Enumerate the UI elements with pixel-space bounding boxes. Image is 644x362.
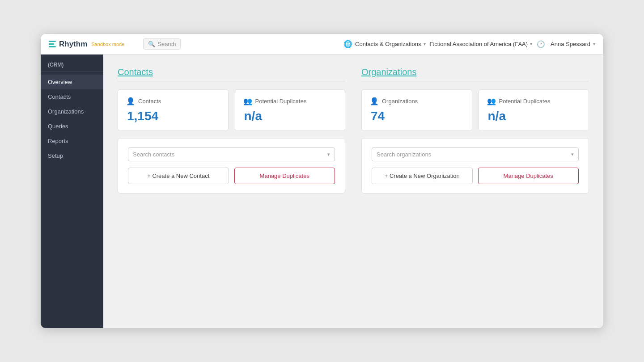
sections-row: Contacts 👤 Contacts 1,154 👥 bbox=[118, 67, 589, 194]
user-name: Anna Spessard bbox=[551, 41, 590, 47]
orgs-search-arrow-icon: ▾ bbox=[571, 152, 574, 157]
contacts-search-text: Search contacts bbox=[133, 151, 174, 158]
contacts-count-label: Contacts bbox=[138, 98, 161, 105]
organizations-section: Organizations 👤 Organizations 74 bbox=[361, 67, 589, 194]
clock-icon: 🕐 bbox=[537, 40, 545, 48]
manage-contacts-duplicates-button[interactable]: Manage Duplicates bbox=[234, 168, 335, 184]
sandbox-badge: Sandbox mode bbox=[91, 42, 124, 47]
create-contact-button[interactable]: + Create a New Contact bbox=[128, 168, 229, 184]
contacts-section: Contacts 👤 Contacts 1,154 👥 bbox=[118, 67, 345, 194]
contact-icon: 👤 bbox=[126, 97, 135, 105]
sidebar-item-setup[interactable]: Setup bbox=[41, 148, 103, 163]
orgs-search-dropdown[interactable]: Search organizations ▾ bbox=[372, 147, 579, 161]
search-icon: 🔍 bbox=[148, 41, 155, 47]
orgs-cards-row: 👤 Organizations 74 👥 Potential Duplicate… bbox=[361, 89, 589, 131]
orgs-dup-label: Potential Duplicates bbox=[499, 98, 551, 105]
orgs-search-text: Search organizations bbox=[377, 151, 431, 158]
orgs-count-card: 👤 Organizations 74 bbox=[361, 89, 472, 131]
contacts-count-value: 1,154 bbox=[126, 109, 220, 123]
orgs-count-label: Organizations bbox=[382, 98, 418, 105]
chevron-down-icon: ▾ bbox=[424, 42, 426, 46]
sidebar: (CRM) Overview Contacts Organizations Qu… bbox=[41, 55, 103, 328]
sidebar-section-label: (CRM) bbox=[41, 62, 103, 72]
org-label: Fictional Association of America (FAA) bbox=[429, 41, 528, 47]
create-org-button[interactable]: + Create a New Organization bbox=[372, 168, 473, 184]
orgs-dup-card: 👥 Potential Duplicates n/a bbox=[479, 89, 589, 131]
contacts-dup-label: Potential Duplicates bbox=[255, 98, 307, 105]
topbar-search-label: Search bbox=[157, 41, 176, 47]
orgs-count-header: 👤 Organizations bbox=[370, 97, 464, 105]
sidebar-item-contacts[interactable]: Contacts bbox=[41, 89, 103, 104]
topbar: Rhythm Sandbox mode 🔍 Search 🌐 Contacts … bbox=[41, 34, 603, 55]
orgs-action-panel: Search organizations ▾ + Create a New Or… bbox=[361, 138, 589, 194]
contacts-action-panel: Search contacts ▾ + Create a New Contact… bbox=[118, 138, 345, 194]
contacts-title-link[interactable]: Contacts bbox=[118, 67, 153, 77]
org-chevron-icon: ▾ bbox=[530, 42, 532, 46]
contacts-count-header: 👤 Contacts bbox=[126, 97, 220, 105]
nav-label: Contacts & Organizations bbox=[355, 41, 421, 47]
app-name: Rhythm bbox=[59, 40, 87, 49]
contacts-section-title[interactable]: Contacts bbox=[118, 67, 345, 81]
duplicate-contact-icon: 👥 bbox=[243, 97, 252, 105]
manage-orgs-duplicates-button[interactable]: Manage Duplicates bbox=[478, 168, 579, 184]
contacts-search-arrow-icon: ▾ bbox=[327, 152, 330, 157]
organizations-section-title[interactable]: Organizations bbox=[361, 67, 589, 81]
contacts-cards-row: 👤 Contacts 1,154 👥 Potential Duplicates … bbox=[118, 89, 345, 131]
user-chevron-icon: ▾ bbox=[593, 42, 595, 46]
duplicate-org-icon: 👥 bbox=[487, 97, 496, 105]
contacts-action-buttons: + Create a New Contact Manage Duplicates bbox=[128, 168, 335, 184]
orgs-dup-header: 👥 Potential Duplicates bbox=[487, 97, 581, 105]
sidebar-item-overview[interactable]: Overview bbox=[41, 75, 103, 89]
globe-icon: 🌐 bbox=[343, 40, 352, 48]
topbar-nav[interactable]: 🌐 Contacts & Organizations ▾ bbox=[343, 40, 426, 48]
sidebar-item-organizations[interactable]: Organizations bbox=[41, 104, 103, 119]
contacts-dup-card: 👥 Potential Duplicates n/a bbox=[235, 89, 346, 131]
organizations-title-link[interactable]: Organizations bbox=[361, 67, 416, 77]
sidebar-item-queries[interactable]: Queries bbox=[41, 119, 103, 134]
contacts-dup-header: 👥 Potential Duplicates bbox=[243, 97, 337, 105]
sidebar-item-reports[interactable]: Reports bbox=[41, 134, 103, 148]
main-layout: (CRM) Overview Contacts Organizations Qu… bbox=[41, 55, 603, 328]
org-icon: 👤 bbox=[370, 97, 379, 105]
topbar-org[interactable]: Fictional Association of America (FAA) ▾ bbox=[429, 41, 532, 47]
content-area: Contacts 👤 Contacts 1,154 👥 bbox=[103, 55, 603, 328]
grid-icon bbox=[49, 41, 56, 47]
contacts-count-card: 👤 Contacts 1,154 bbox=[118, 89, 229, 131]
orgs-action-buttons: + Create a New Organization Manage Dupli… bbox=[372, 168, 579, 184]
logo-area: Rhythm Sandbox mode bbox=[49, 40, 124, 49]
contacts-search-dropdown[interactable]: Search contacts ▾ bbox=[128, 147, 335, 161]
orgs-dup-value: n/a bbox=[487, 109, 581, 123]
orgs-count-value: 74 bbox=[370, 109, 464, 123]
browser-window: Rhythm Sandbox mode 🔍 Search 🌐 Contacts … bbox=[40, 34, 604, 328]
topbar-search[interactable]: 🔍 Search bbox=[143, 38, 181, 50]
contacts-dup-value: n/a bbox=[243, 109, 337, 123]
